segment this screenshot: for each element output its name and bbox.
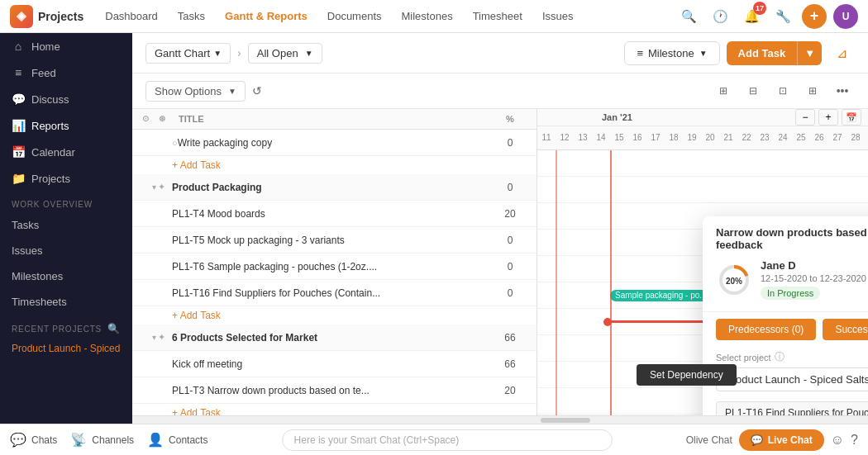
task-row[interactable]: ▾ ✦ 6 Products Selected for Market 66 (132, 325, 537, 351)
task-pct: 0 (494, 235, 527, 246)
sub-toolbar-right: ≡ Milestone ▼ Add Task ▼ ⊿ (624, 40, 855, 66)
task-title: ✦ 6 Products Selected for Market (158, 332, 494, 344)
smart-chat-area: Here is your Smart Chat (Ctrl+Space) (221, 429, 672, 451)
task-row[interactable]: PL1-T16 Find Suppliers for Pouches (Cont… (132, 280, 537, 306)
task-row[interactable]: ▾ ✦ Product Packaging 0 (132, 174, 537, 201)
bottom-right-icons: Olive Chat 💬 Live Chat ☺ ? (686, 429, 858, 451)
channels-button[interactable]: 📡 Channels (70, 432, 134, 448)
nav-timesheet[interactable]: Timesheet (465, 5, 531, 27)
clock-icon[interactable]: 🕐 (708, 4, 732, 29)
horizontal-scrollbar[interactable] (132, 415, 868, 424)
task-title-text: PL1-T16 Find Suppliers for Pouches (Cont… (172, 287, 380, 299)
sidebar-item-issues[interactable]: Issues (0, 238, 132, 263)
task-title: PL1-T4 Mood boards (172, 208, 494, 220)
notifications-icon[interactable]: 🔔 17 (739, 4, 764, 29)
task-pct: 0 (494, 182, 527, 193)
sidebar-item-calendar[interactable]: 📅 Calendar (0, 139, 132, 165)
task-row[interactable]: PL1-T6 Sample packaging - pouches (1-2oz… (132, 254, 537, 280)
add-task-caret[interactable]: ▼ (797, 41, 822, 65)
smiley-icon[interactable]: ☺ (831, 433, 844, 448)
popup-project-value: Product Launch - Spiced Salts Line (725, 373, 868, 386)
fullscreen-icon[interactable]: ⊞ (800, 78, 825, 103)
task-pct: 20 (494, 385, 527, 396)
sidebar-item-milestones[interactable]: Milestones (0, 263, 132, 289)
nav-milestones[interactable]: Milestones (393, 5, 461, 27)
sidebar-item-home[interactable]: ⌂ Home (0, 33, 132, 59)
popup-select-label: Select project ⓘ (716, 350, 868, 364)
add-task-link[interactable]: + Add Task (132, 306, 537, 325)
add-task-link[interactable]: + Add Task (132, 404, 537, 415)
sidebar-label-calendar: Calendar (31, 146, 75, 159)
nav-gantt[interactable]: Gantt & Reports (217, 5, 316, 27)
projects-icon: 📁 (12, 172, 25, 185)
nav-issues[interactable]: Issues (534, 5, 582, 27)
predecessors-tab[interactable]: Predecessors (0) (716, 319, 816, 340)
recent-project-item[interactable]: Product Launch - Spiced (0, 338, 132, 359)
task-title-text: PL1-T6 Sample packaging - pouches (1-2oz… (172, 261, 377, 273)
nav-tasks[interactable]: Tasks (169, 5, 213, 27)
user-avatar[interactable]: U (833, 4, 858, 29)
sidebar-item-timesheets[interactable]: Timesheets (0, 289, 132, 315)
task-row[interactable]: PL1-T5 Mock up packaging - 3 variants 0 (132, 227, 537, 254)
feed-icon: ≡ (12, 66, 25, 79)
expand-icon[interactable]: ⊟ (741, 78, 765, 103)
set-dependency-bottom-button[interactable]: Set Dependency (637, 364, 737, 386)
task-row[interactable]: ○ Write packaging copy 0 (132, 130, 537, 156)
question-icon[interactable]: ? (851, 433, 858, 448)
add-task-link[interactable]: + Add Task (132, 156, 537, 174)
task-row[interactable]: Kick off meeting 66 (132, 351, 537, 377)
search-icon[interactable]: 🔍 (676, 4, 701, 29)
popup-user-name: Jane D (761, 259, 868, 272)
work-overview-label: WORK OVERVIEW (12, 200, 93, 209)
task-row[interactable]: PL1-T3 Narrow down products based on te.… (132, 377, 537, 404)
work-milestones-label: Milestones (12, 270, 63, 282)
task-title: PL1-T3 Narrow down products based on te.… (172, 385, 494, 396)
task-pct: 20 (494, 208, 527, 220)
collapse-left-icon[interactable]: ⊞ (711, 78, 736, 103)
svg-text:20%: 20% (726, 277, 742, 286)
show-options-button[interactable]: Show Options ▼ (145, 81, 246, 102)
nav-documents[interactable]: Documents (319, 5, 390, 27)
task-title: ✦ Product Packaging (158, 182, 494, 193)
milestone-button[interactable]: ≡ Milestone ▼ (624, 41, 719, 65)
task-list: ⊙ ⊛ TITLE % ○ Write packaging copy 0 + A… (132, 109, 537, 415)
nav-dashboard[interactable]: Dashboard (97, 5, 166, 27)
sidebar-item-tasks[interactable]: Tasks (0, 212, 132, 238)
discuss-icon: 💬 (12, 92, 25, 106)
live-chat-button[interactable]: 💬 Live Chat (739, 429, 824, 451)
sidebar-item-discuss[interactable]: 💬 Discuss (0, 86, 132, 112)
brand-icon (10, 5, 33, 28)
add-task-button[interactable]: Add Task ▼ (727, 41, 822, 65)
undo-icon[interactable]: ↺ (252, 84, 262, 97)
recent-search-icon[interactable]: 🔍 (107, 323, 121, 334)
chats-button[interactable]: 💬 Chats (10, 432, 57, 448)
add-icon[interactable]: + (802, 4, 827, 29)
task-title-text: PL1-T5 Mock up packaging - 3 variants (172, 235, 345, 246)
sidebar-label-discuss: Discuss (31, 93, 69, 106)
grid-icon[interactable]: ⊡ (770, 78, 795, 103)
all-open-button[interactable]: All Open ▼ (248, 43, 322, 64)
popup-project-select[interactable]: Product Launch - Spiced Salts Line ▼ (716, 367, 868, 391)
sidebar-item-feed[interactable]: ≡ Feed (0, 59, 132, 86)
contacts-button[interactable]: 👤 Contacts (147, 432, 207, 448)
sidebar-item-projects[interactable]: 📁 Projects (0, 165, 132, 192)
task-row[interactable]: PL1-T4 Mood boards 20 (132, 201, 537, 227)
task-pct: 0 (494, 137, 527, 149)
gantt-chart-button[interactable]: Gantt Chart ▼ (145, 43, 231, 64)
sidebar-item-reports[interactable]: 📊 Reports (0, 112, 132, 139)
tools-icon[interactable]: 🔧 (770, 4, 795, 29)
filter-icon[interactable]: ⊿ (828, 40, 855, 66)
task-title-text: PL1-T4 Mood boards (172, 208, 265, 220)
successors-tab[interactable]: Successors (0) (823, 319, 868, 340)
smart-chat-input[interactable]: Here is your Smart Chat (Ctrl+Space) (282, 429, 613, 451)
work-tasks-label: Tasks (12, 219, 39, 231)
sidebar-label-home: Home (31, 40, 60, 53)
recent-projects-section: RECENT PROJECTS 🔍 (0, 315, 132, 338)
popup-task-name: PL1-T16 Find Suppliers for Pouches (Cont… (716, 401, 868, 415)
more-options-icon[interactable]: ••• (830, 78, 855, 103)
sidebar-label-feed: Feed (31, 67, 56, 79)
live-chat-icon: 💬 (751, 434, 763, 446)
expand-icon-row: ○ (172, 138, 178, 148)
scrollbar-thumb[interactable] (541, 418, 590, 423)
content-area: Gantt Chart ▼ › All Open ▼ ≡ Milestone ▼… (132, 33, 868, 424)
